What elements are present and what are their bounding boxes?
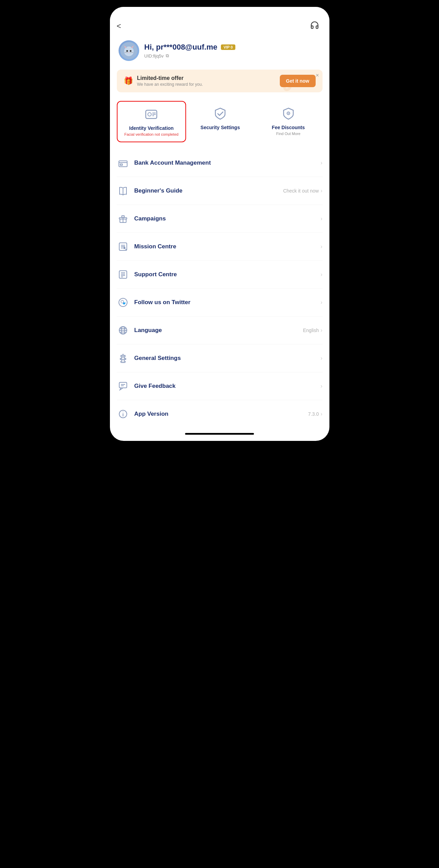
feedback-chevron: › [320, 383, 322, 389]
app-version-item[interactable]: App Version 7.3.0 › [117, 400, 323, 428]
svg-point-48 [123, 412, 123, 412]
gear-icon [117, 352, 129, 364]
app-version-chevron: › [320, 411, 322, 417]
copy-icon[interactable]: ⧉ [166, 53, 169, 59]
svg-point-29 [123, 247, 125, 249]
bank-icon [117, 157, 129, 169]
feedback-label: Give Feedback [134, 383, 321, 390]
bank-account-item[interactable]: Bank Account Management › [117, 149, 323, 177]
top-nav: < [110, 17, 329, 35]
avatar [119, 40, 139, 61]
language-label: Language [134, 327, 303, 334]
get-it-now-button[interactable]: Get it now [280, 75, 316, 87]
info-icon [117, 408, 129, 420]
menu-list: Bank Account Management › Beginner's Gui… [110, 149, 329, 428]
general-settings-label: General Settings [134, 355, 321, 362]
svg-point-36 [119, 298, 127, 307]
security-settings-item[interactable]: Security Settings [186, 101, 254, 142]
mission-icon [117, 240, 129, 253]
app-version-label: App Version [134, 411, 308, 417]
svg-line-30 [125, 249, 126, 250]
mission-centre-item[interactable]: Mission Centre › [117, 233, 323, 261]
twitter-chevron: › [320, 299, 322, 306]
mission-centre-label: Mission Centre [134, 243, 321, 250]
svg-point-7 [130, 50, 131, 52]
svg-point-6 [126, 50, 128, 52]
back-button[interactable]: < [117, 22, 121, 31]
phone-container: < [110, 7, 329, 441]
feedback-icon [117, 380, 129, 392]
promo-title: Limited-time offer [137, 75, 280, 81]
svg-point-37 [121, 300, 124, 303]
svg-point-8 [128, 52, 129, 53]
beginners-chevron: › [320, 188, 322, 194]
mission-chevron: › [320, 244, 322, 250]
identity-verification-item[interactable]: Identity Verification Facial verificatio… [117, 101, 186, 142]
app-version-value: 7.3.0 [308, 411, 319, 417]
svg-rect-43 [119, 382, 127, 388]
home-bar [185, 433, 254, 435]
profile-name: Hi, pr***008@uuf.me [144, 43, 217, 52]
gift-icon [117, 213, 129, 225]
twitter-label: Follow us on Twitter [134, 299, 321, 306]
svg-point-12 [148, 113, 151, 116]
language-chevron: › [320, 327, 322, 333]
fee-label: Fee Discounts [272, 125, 305, 130]
fee-sublabel: Find Out More [276, 132, 300, 136]
support-chevron: › [320, 271, 322, 278]
bank-chevron: › [320, 160, 322, 166]
security-label: Security Settings [201, 125, 240, 130]
support-centre-item[interactable]: Support Centre › [117, 261, 323, 289]
language-value: English [303, 328, 319, 333]
support-centre-label: Support Centre [134, 271, 321, 278]
campaigns-item[interactable]: Campaigns › [117, 205, 323, 233]
identity-icon [144, 107, 159, 122]
identity-sublabel: Facial verification not completed [124, 132, 178, 136]
promo-banner: 🎁 Limited-time offer We have an exciting… [117, 70, 323, 92]
svg-rect-20 [120, 164, 122, 165]
profile-name-row: Hi, pr***008@uuf.me VIP 0 [144, 43, 321, 52]
support-icon [117, 268, 129, 281]
headphone-icon[interactable] [310, 21, 319, 32]
security-icon [213, 106, 228, 121]
profile-uid: UID:fijq5v ⧉ [144, 53, 321, 59]
globe-icon [117, 324, 129, 337]
promo-close-button[interactable]: × [316, 72, 319, 79]
identity-label: Identity Verification [129, 125, 174, 131]
fee-discounts-item[interactable]: Fee Discounts Find Out More [254, 101, 323, 142]
campaigns-chevron: › [320, 216, 322, 222]
book-icon [117, 185, 129, 197]
language-item[interactable]: Language English › [117, 317, 323, 344]
quick-actions: Identity Verification Facial verificatio… [113, 96, 326, 147]
general-settings-item[interactable]: General Settings › [117, 344, 323, 372]
bank-account-label: Bank Account Management [134, 159, 321, 166]
profile-info: Hi, pr***008@uuf.me VIP 0 UID:fijq5v ⧉ [144, 43, 321, 59]
profile-section: Hi, pr***008@uuf.me VIP 0 UID:fijq5v ⧉ [110, 35, 329, 66]
feedback-item[interactable]: Give Feedback › [117, 372, 323, 400]
beginners-guide-label: Beginner's Guide [134, 187, 283, 194]
general-settings-chevron: › [320, 355, 322, 361]
beginners-guide-item[interactable]: Beginner's Guide Check it out now › [117, 177, 323, 205]
promo-text: Limited-time offer We have an exciting r… [137, 75, 280, 87]
campaigns-label: Campaigns [134, 215, 321, 222]
vip-badge: VIP 0 [221, 44, 236, 50]
promo-icon: 🎁 [124, 76, 133, 85]
svg-point-17 [288, 113, 289, 114]
status-bar [110, 7, 329, 17]
fee-icon [281, 106, 296, 121]
twitter-item[interactable]: Follow us on Twitter › [117, 289, 323, 317]
beginners-guide-value: Check it out now [283, 188, 319, 194]
promo-subtitle: We have an exciting reward for you. [137, 82, 280, 87]
twitter-icon [117, 296, 129, 309]
